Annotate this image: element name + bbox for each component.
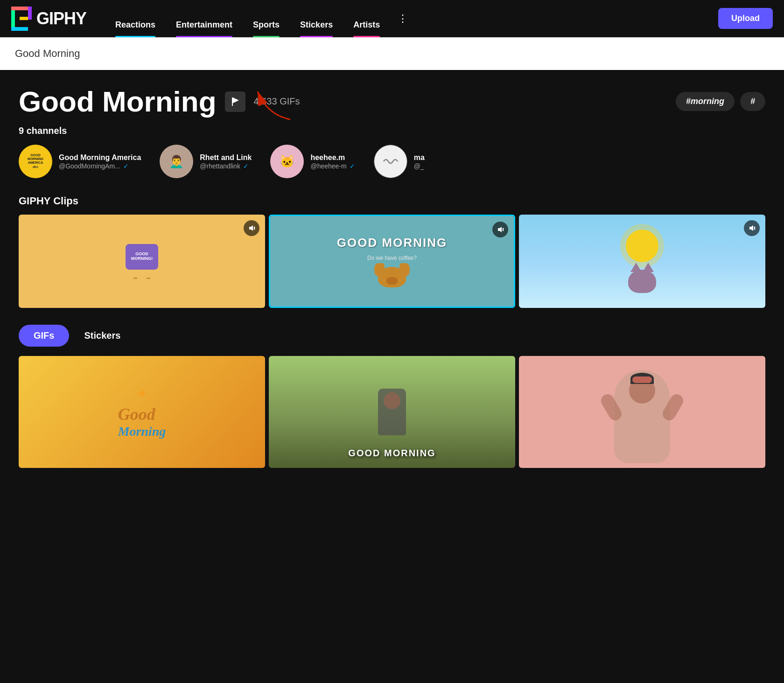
mute-button-3[interactable] <box>744 220 760 236</box>
page-title: Good Morning <box>19 85 217 118</box>
channel-name-heehee: heehee.m <box>310 153 355 162</box>
mute-button-2[interactable] <box>492 222 508 237</box>
search-input[interactable] <box>15 48 769 60</box>
toggle-section: GIFs Stickers <box>19 325 765 347</box>
gif-card-3[interactable] <box>519 356 765 468</box>
clips-section: GIPHY Clips GOODMORNING! <box>19 195 765 308</box>
cat-ear-right <box>643 263 654 272</box>
channel-card-rhett[interactable]: 👨‍🦱 Rhett and Link @rhettandlink ✓ <box>160 145 252 178</box>
gma-avatar-content: GOODMORNINGAMERICA abc <box>28 153 43 169</box>
nav-more-dots[interactable]: ⋮ <box>390 0 415 37</box>
svg-rect-2 <box>28 7 32 20</box>
channels-section: 9 channels GOODMORNINGAMERICA abc Good M… <box>19 125 765 178</box>
clip2-title: GOOD MORNING <box>337 236 447 250</box>
gifs-toggle-button[interactable]: GIFs <box>19 325 69 347</box>
gif2-text: GOOD MORNING <box>348 448 435 459</box>
gif3-person-head <box>629 377 655 404</box>
verified-icon-heehee: ✓ <box>350 162 355 170</box>
gif3-arm-right <box>660 392 686 423</box>
hashtag-morning-pill[interactable]: #morning <box>676 92 735 111</box>
channel-card-gma[interactable]: GOODMORNINGAMERICA abc Good Morning Amer… <box>19 145 141 178</box>
toaster-leg-left <box>133 272 137 279</box>
svg-marker-11 <box>498 227 502 232</box>
gif-grid: ✦ Good Morning GOOD MORNING <box>19 356 765 468</box>
nav-artists[interactable]: Artists <box>343 0 390 37</box>
clip-card-2[interactable]: GOOD MORNING Do we have coffee? <box>269 215 515 308</box>
channel-info-gma: Good Morning America @GoodMorningAm... ✓ <box>59 153 141 169</box>
clips-grid: GOODMORNING! <box>19 215 765 308</box>
channel-handle-row-gma: @GoodMorningAm... ✓ <box>59 162 141 170</box>
clip-1-visual: GOODMORNING! <box>19 215 265 308</box>
sports-underline <box>253 36 280 37</box>
channel-handle-rhett: @rhettandlink <box>200 162 240 170</box>
entertainment-underline <box>176 36 232 37</box>
clip-card-3[interactable] <box>519 215 765 308</box>
title-row: Good Morning 4,633 GIFs #morning <box>19 85 765 118</box>
clip-2-visual: GOOD MORNING Do we have coffee? <box>270 216 514 307</box>
channel-name-gma: Good Morning America <box>59 153 141 162</box>
gif3-visor <box>632 376 652 383</box>
search-bar-wrapper <box>0 37 784 70</box>
gif-card-1[interactable]: ✦ Good Morning <box>19 356 265 468</box>
gif3-person-body <box>614 370 670 463</box>
gif-count: 4,633 GIFs <box>254 96 300 107</box>
channel-card-ma[interactable]: ma @_ <box>374 145 425 178</box>
dog-shape <box>378 267 406 287</box>
gif-card-2[interactable]: GOOD MORNING <box>269 356 515 468</box>
clip2-subtitle: Do we have coffee? <box>367 255 417 261</box>
logo-text: GIPHY <box>36 9 86 28</box>
clip-card-1[interactable]: GOODMORNING! <box>19 215 265 308</box>
channel-handle-ma: @_ <box>414 162 424 170</box>
clip3-content <box>626 230 658 293</box>
verified-icon-gma: ✓ <box>123 162 129 170</box>
hashtag-goodmorning-pill[interactable]: # <box>740 92 765 111</box>
flag-icon <box>231 97 240 107</box>
channel-handle-gma: @GoodMorningAm... <box>59 162 120 170</box>
giphy-logo-icon <box>11 7 32 31</box>
toast-text: GOODMORNING! <box>131 252 153 261</box>
toaster-shape: GOODMORNING! <box>126 244 158 270</box>
logo-link[interactable]: GIPHY <box>11 7 86 31</box>
nav-entertainment[interactable]: Entertainment <box>166 0 243 37</box>
flag-annotation <box>225 91 254 112</box>
svg-marker-14 <box>749 225 753 231</box>
flag-button[interactable] <box>225 91 245 112</box>
channel-avatar-ma <box>374 145 407 178</box>
ma-squiggle-icon <box>381 157 400 166</box>
nav-reactions[interactable]: Reactions <box>105 0 166 37</box>
nav-links: Reactions Entertainment Sports Stickers … <box>105 0 718 37</box>
mute-icon-1 <box>248 224 255 232</box>
stickers-toggle-button[interactable]: Stickers <box>69 325 135 347</box>
sun-shape <box>626 230 658 262</box>
clips-section-title: GIPHY Clips <box>19 195 765 207</box>
ma-avatar-img <box>374 145 407 178</box>
channel-handle-row-heehee: @heehee-m ✓ <box>310 162 355 170</box>
cat-ear-left <box>630 263 642 272</box>
artists-underline <box>353 36 380 37</box>
mute-button-1[interactable] <box>244 220 259 236</box>
upload-button[interactable]: Upload <box>718 8 773 29</box>
nav-stickers[interactable]: Stickers <box>290 0 343 37</box>
heehee-avatar-img: 🐱 <box>270 145 304 178</box>
channels-label: 9 channels <box>19 125 765 136</box>
navbar: GIPHY Reactions Entertainment Sports Sti… <box>0 0 784 37</box>
mute-icon-3 <box>748 224 756 232</box>
channel-handle-heehee: @heehee-m <box>310 162 346 170</box>
channel-handle-row-rhett: @rhettandlink ✓ <box>200 162 252 170</box>
hashtag-row: #morning # <box>676 92 765 111</box>
nav-sports[interactable]: Sports <box>243 0 290 37</box>
dog-ear-left <box>374 263 385 276</box>
channel-avatar-rhett: 👨‍🦱 <box>160 145 193 178</box>
gif2-person <box>378 389 406 435</box>
search-bar-inner <box>15 48 769 60</box>
channel-card-heehee[interactable]: 🐱 heehee.m @heehee-m ✓ <box>270 145 355 178</box>
cat-container <box>628 270 656 293</box>
toaster-leg-right <box>147 272 150 279</box>
channel-info-ma: ma @_ <box>414 153 425 169</box>
svg-rect-4 <box>20 17 28 20</box>
svg-marker-8 <box>249 225 253 231</box>
gif-2-content: GOOD MORNING <box>269 356 515 468</box>
reactions-underline <box>115 36 155 37</box>
gif1-good: Good <box>118 404 166 424</box>
channel-info-rhett: Rhett and Link @rhettandlink ✓ <box>200 153 252 169</box>
